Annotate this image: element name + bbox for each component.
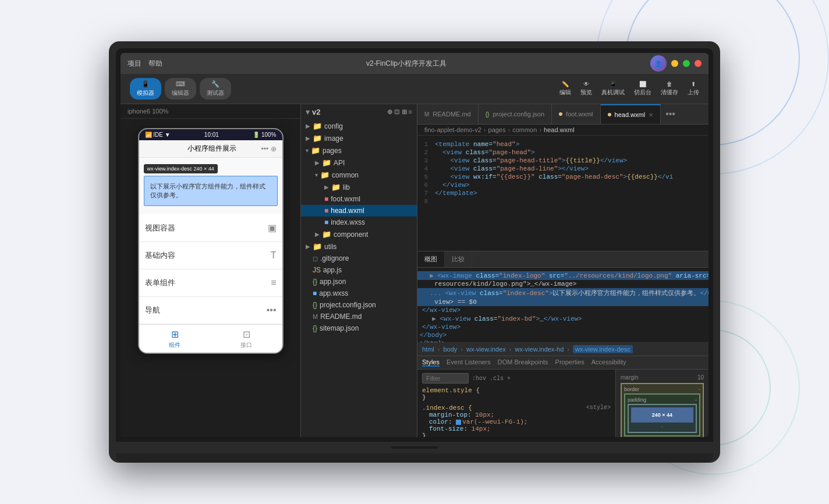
phone-highlighted-text: 以下展示小程序官方组件能力，组件样式仅供参考。 — [148, 180, 274, 202]
wxml-icon: ■ — [324, 207, 328, 215]
html-line-3: ... <wx-view class="index-desc">以下展示小程序官… — [417, 288, 708, 298]
styles-tab-accessibility[interactable]: Accessibility — [591, 359, 626, 367]
tree-label-index-wxss: index.wxss — [331, 218, 365, 226]
content-dimensions: 240 × 44 — [652, 412, 672, 418]
toolbar-background-action[interactable]: ⬜ 切后台 — [634, 81, 651, 97]
tree-item-utils[interactable]: ▶ 📁 utils — [301, 240, 417, 253]
toolbar-editor-button[interactable]: ⌨ 编辑器 — [165, 78, 196, 100]
element-wx-view-index-desc[interactable]: wx-view.index-desc — [573, 345, 633, 353]
filter-input[interactable] — [422, 373, 469, 384]
folder-icon: 📁 — [311, 146, 320, 155]
box-model-label: margin 10 — [621, 374, 704, 381]
laptop: 项目 帮助 v2-FinClip小程序开发工具 👤 — [109, 41, 720, 463]
styles-tab-properties[interactable]: Properties — [555, 359, 584, 367]
file-tree-root: ▾ v2 ⊕ ⊡ ⊞ ≡ — [301, 104, 417, 120]
maximize-button[interactable] — [683, 60, 690, 67]
tree-item-app-wxss[interactable]: ■ app.wxss — [301, 288, 417, 299]
tree-label-gitignore: .gitignore — [320, 254, 349, 262]
bottom-left-content: ▶ <wx-image class="index-logo" src="../r… — [417, 268, 708, 437]
tree-item-gitignore[interactable]: ◻ .gitignore — [301, 253, 417, 264]
toolbar-left: 📱 模拟器 ⌨ 编辑器 🔧 测试器 — [130, 78, 231, 100]
tab-project-config[interactable]: {} project.config.json — [479, 104, 552, 124]
tree-item-app-json[interactable]: {} app.json — [301, 276, 417, 288]
tree-label-app-json: app.json — [320, 278, 346, 286]
tree-label-foot: foot.wxml — [331, 195, 360, 203]
tree-item-head-wxml[interactable]: ■ head.wxml — [301, 205, 417, 216]
element-html[interactable]: html — [422, 346, 434, 353]
tree-label-app-js: app.js — [323, 266, 342, 274]
styles-tab-dom-breakpoints[interactable]: DOM Breakpoints — [498, 359, 548, 367]
minimize-button[interactable] — [671, 60, 678, 67]
file-tree-panel: ▾ v2 ⊕ ⊡ ⊞ ≡ ▶ 📁 config ▶ 📁 image — [301, 104, 417, 437]
breadcrumb: fino-applet-demo-v2 › pages › common › h… — [417, 125, 708, 136]
element-body[interactable]: body — [443, 346, 457, 353]
box-model-panel: margin 10 border - — [615, 370, 708, 437]
expand-icon: ▶ — [306, 123, 310, 129]
styles-tab-styles[interactable]: Styles — [422, 359, 440, 367]
tree-item-common[interactable]: ▾ 📁 common — [301, 169, 417, 181]
expand-icon: ▾ — [306, 147, 309, 154]
tree-item-readme[interactable]: M README.md — [301, 311, 417, 322]
tab-foot-wxml-label: foot.wxml — [566, 111, 593, 118]
element-wx-view-index[interactable]: wx-view.index — [466, 346, 506, 353]
border-box: padding - 240 × 44 — [624, 393, 700, 436]
bottom-tab-overview[interactable]: 概图 — [417, 251, 445, 267]
tree-item-image[interactable]: ▶ 📁 image — [301, 132, 417, 144]
toolbar-edit-action[interactable]: ✏️ 编辑 — [559, 81, 571, 97]
expand-icon: ▶ — [324, 184, 329, 190]
phone-tooltip: wx-view.index-desc 240 × 44 — [144, 162, 278, 176]
preview-label: 预览 — [580, 88, 592, 97]
tree-item-api[interactable]: ▶ 📁 API — [301, 157, 417, 169]
list-item-2: 表单组件 ≡ — [139, 269, 282, 297]
phone-signal: 📶 IDE ▼ — [145, 132, 171, 138]
expand-icon: ▶ — [315, 231, 320, 237]
list-icon-2: ≡ — [271, 278, 276, 288]
close-button[interactable] — [695, 60, 702, 67]
bottom-panel-tabs: 概图 比较 — [417, 251, 708, 268]
tree-item-app-js[interactable]: JS app.js — [301, 264, 417, 276]
tree-item-index-wxss[interactable]: ■ index.wxss — [301, 216, 417, 228]
left-panel: iphone6 100% 📶 IDE ▼ 10:01 🔋 100% — [121, 104, 301, 437]
menu-item-project[interactable]: 项目 — [127, 59, 141, 69]
phone-container: 📶 IDE ▼ 10:01 🔋 100% 小程序组件展示 ••• ⊕ — [121, 119, 300, 437]
overview-tab-label: 概图 — [424, 255, 437, 264]
tab-foot-wxml[interactable]: foot.wxml — [552, 104, 600, 124]
padding-value: - — [695, 397, 697, 403]
phone-nav-bar: 小程序组件展示 ••• ⊕ — [139, 140, 282, 158]
tree-item-sitemap[interactable]: {} sitemap.json — [301, 322, 417, 334]
tab-head-wxml[interactable]: head.wxml ✕ — [601, 104, 661, 124]
toolbar-right: ✏️ 编辑 👁 预览 📱 真机调试 ⬜ 切后台 — [559, 81, 699, 97]
tree-item-project-config[interactable]: {} project.config.json — [301, 299, 417, 311]
styles-tab-event-listeners[interactable]: Event Listeners — [447, 359, 491, 367]
toolbar-upload-action[interactable]: ⬆ 上传 — [688, 81, 699, 97]
toolbar-test-button[interactable]: 🔧 测试器 — [200, 78, 231, 100]
tab-readme[interactable]: M README.md — [417, 104, 479, 124]
toolbar-simulator-button[interactable]: 📱 模拟器 — [130, 78, 161, 100]
tree-item-component[interactable]: ▶ 📁 component — [301, 228, 417, 240]
toolbar-clear-cache-action[interactable]: 🗑 清缓存 — [661, 81, 678, 97]
bottom-tab-compare[interactable]: 比较 — [445, 251, 472, 267]
tab-close-icon[interactable]: ✕ — [649, 112, 653, 118]
tree-item-foot-wxml[interactable]: ■ foot.wxml — [301, 193, 417, 205]
md-tab-icon: M — [424, 111, 429, 118]
element-selector-bar: html › body › wx-view.index › wx-view.in… — [417, 343, 708, 356]
phone-tab-components[interactable]: ⊞ 组件 — [139, 328, 211, 349]
tree-item-config[interactable]: ▶ 📁 config — [301, 120, 417, 132]
menu-item-help[interactable]: 帮助 — [148, 59, 162, 69]
clear-cache-icon: 🗑 — [667, 81, 672, 87]
margin-value: 10 — [697, 374, 704, 381]
tab-more-button[interactable]: ••• — [661, 109, 680, 119]
folder-icon: 📁 — [331, 183, 341, 191]
json-icon: {} — [313, 324, 317, 332]
tree-item-pages[interactable]: ▾ 📁 pages — [301, 144, 417, 157]
html-line-4: view> == $0 — [417, 298, 708, 306]
expand-icon: ▶ — [306, 243, 310, 250]
phone-tab-interface[interactable]: ⊡ 接口 — [211, 328, 282, 349]
laptop-bottom — [116, 442, 713, 453]
tree-item-lib[interactable]: ▶ 📁 lib — [301, 181, 417, 193]
toolbar-preview-action[interactable]: 👁 预览 — [580, 81, 592, 97]
element-wx-view-index-hd[interactable]: wx-view.index-hd — [515, 346, 564, 353]
screen-bezel: 项目 帮助 v2-FinClip小程序开发工具 👤 — [116, 48, 713, 442]
code-editor[interactable]: 1 <template name="head"> 2 <view class="… — [417, 136, 708, 251]
toolbar-device-debug-action[interactable]: 📱 真机调试 — [601, 81, 625, 97]
